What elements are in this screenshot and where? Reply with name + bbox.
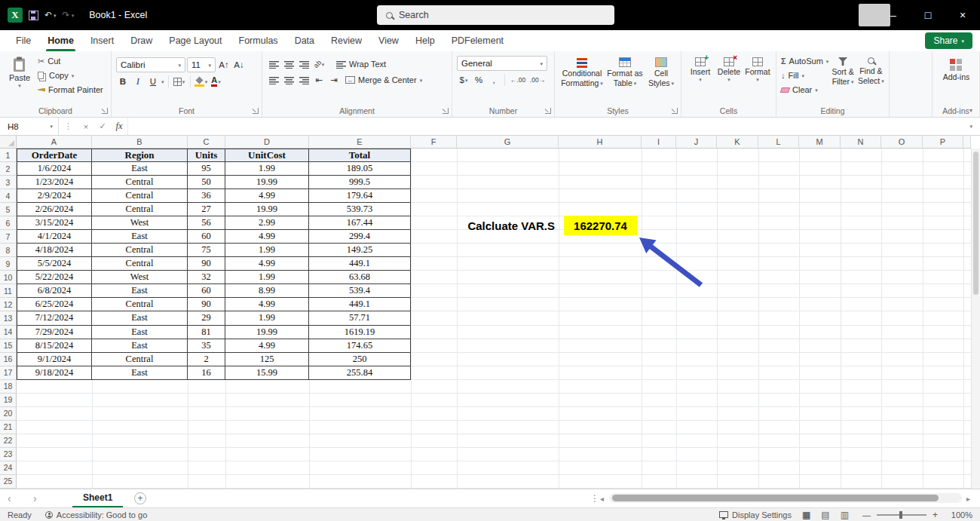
fill-color-button[interactable]: ▾ (194, 75, 208, 88)
table-cell[interactable]: 81 (188, 326, 225, 339)
table-cell[interactable]: 149.25 (309, 244, 411, 257)
table-cell[interactable]: 299.4 (309, 230, 411, 244)
table-header-cell[interactable]: Total (309, 149, 411, 162)
font-name-select[interactable]: Calibri▾ (116, 57, 185, 72)
table-cell[interactable]: 2/9/2024 (17, 189, 92, 203)
table-cell[interactable]: 4.99 (225, 257, 309, 271)
ribbon-tab-home[interactable]: Home (39, 30, 82, 51)
ribbon-tab-review[interactable]: Review (323, 30, 370, 51)
table-cell[interactable]: East (92, 339, 188, 353)
table-cell[interactable]: East (92, 311, 188, 325)
delete-cells-button[interactable]: Delete ▾ (715, 55, 743, 96)
increase-indent-button[interactable]: ⇥ (327, 73, 341, 87)
table-cell[interactable]: 95 (188, 162, 225, 176)
column-header-H[interactable]: H (559, 136, 642, 149)
table-cell[interactable]: 189.05 (309, 162, 411, 176)
chevron-down-icon[interactable]: ▾ (72, 13, 75, 18)
find-select-button[interactable]: Find & Select▾ (857, 55, 885, 96)
close-button[interactable]: × (945, 0, 980, 30)
table-cell[interactable]: 4.99 (225, 339, 309, 353)
table-cell[interactable]: 19.99 (225, 203, 309, 216)
table-cell[interactable]: 60 (188, 230, 225, 244)
column-header-M[interactable]: M (799, 136, 841, 149)
zoom-slider[interactable] (877, 514, 926, 516)
row-header-11[interactable]: 11 (0, 284, 17, 298)
table-header-cell[interactable]: OrderDate (17, 149, 92, 162)
increase-decimal-button[interactable]: ←.00 (509, 73, 527, 87)
ribbon-tab-insert[interactable]: Insert (82, 30, 122, 51)
table-cell[interactable]: 4.99 (225, 298, 309, 311)
decrease-indent-button[interactable]: ⇤ (312, 73, 326, 87)
select-all-corner[interactable] (0, 136, 17, 149)
horizontal-scrollbar[interactable] (609, 493, 962, 503)
conditional-formatting-button[interactable]: Conditional Formatting▾ (559, 55, 605, 96)
table-cell[interactable]: Central (92, 244, 188, 257)
decrease-font-size-button[interactable]: A↓ (232, 58, 246, 72)
table-cell[interactable]: Central (92, 176, 188, 189)
number-format-select[interactable]: General▾ (457, 56, 547, 71)
row-header-7[interactable]: 7 (0, 230, 17, 244)
table-cell[interactable]: 449.1 (309, 298, 411, 311)
row-header-15[interactable]: 15 (0, 339, 17, 353)
spreadsheet-grid[interactable]: Calcluate VAR.S 162270.74 ABCDEFGHIJKLMN… (0, 136, 980, 489)
format-as-table-button[interactable]: Format as Table▾ (605, 55, 645, 96)
column-header-K[interactable]: K (717, 136, 758, 149)
fill-button[interactable]: ↓Fill▾ (781, 69, 828, 81)
comma-style-button[interactable]: , (487, 73, 501, 87)
undo-button[interactable]: ↶▾ (44, 10, 57, 20)
table-cell[interactable]: 57.71 (309, 311, 411, 325)
column-header-N[interactable]: N (841, 136, 881, 149)
column-header-P[interactable]: P (923, 136, 963, 149)
table-header-cell[interactable]: Units (188, 149, 225, 162)
search-input[interactable]: Search (377, 5, 614, 25)
autosum-button[interactable]: ΣAutoSum▾ (781, 55, 828, 67)
row-header-10[interactable]: 10 (0, 271, 17, 284)
row-header-24[interactable]: 24 (0, 461, 17, 475)
table-cell[interactable]: Central (92, 203, 188, 216)
scroll-right-button[interactable]: ▸ (966, 489, 970, 507)
table-cell[interactable]: Central (92, 257, 188, 271)
table-cell[interactable]: 63.68 (309, 271, 411, 284)
table-cell[interactable]: 19.99 (225, 326, 309, 339)
row-header-18[interactable]: 18 (0, 380, 17, 394)
table-cell[interactable]: 50 (188, 176, 225, 189)
table-cell[interactable]: 1.99 (225, 162, 309, 176)
accounting-format-button[interactable]: $▾ (457, 73, 470, 87)
tab-bar-more-icon[interactable]: ⋮ (590, 489, 599, 507)
copy-button[interactable]: Copy▾ (38, 69, 103, 81)
row-header-1[interactable]: 1 (0, 149, 17, 162)
table-cell[interactable]: 1.99 (225, 244, 309, 257)
italic-button[interactable]: I (131, 75, 145, 88)
table-cell[interactable]: 35 (188, 339, 225, 353)
insert-cells-button[interactable]: Insert ▾ (686, 55, 715, 96)
normal-view-button[interactable]: ▦ (802, 510, 810, 520)
sheet-nav-left-button[interactable]: ‹ (8, 489, 11, 507)
format-cells-button[interactable]: Format ▾ (743, 55, 772, 96)
minimize-button[interactable]: – (876, 0, 911, 30)
table-cell[interactable]: 16 (188, 366, 225, 380)
formula-bar-expand-icon[interactable]: ▾ (962, 118, 980, 135)
row-header-22[interactable]: 22 (0, 434, 17, 448)
name-box[interactable]: H8 ▾ (0, 118, 59, 135)
table-cell[interactable]: 539.4 (309, 284, 411, 298)
decrease-decimal-button[interactable]: .00→ (528, 73, 547, 87)
table-cell[interactable]: East (92, 162, 188, 176)
table-cell[interactable]: West (92, 271, 188, 284)
horizontal-scrollbar-thumb[interactable] (612, 495, 939, 501)
table-cell[interactable]: 1.99 (225, 311, 309, 325)
collapse-ribbon-icon[interactable]: ▾ (969, 107, 972, 114)
table-cell[interactable]: 75 (188, 244, 225, 257)
table-cell[interactable]: East (92, 284, 188, 298)
table-cell[interactable]: 90 (188, 257, 225, 271)
table-header-cell[interactable]: UnitCost (225, 149, 309, 162)
row-header-8[interactable]: 8 (0, 244, 17, 257)
row-header-17[interactable]: 17 (0, 366, 17, 380)
row-header-25[interactable]: 25 (0, 475, 17, 489)
column-header-J[interactable]: J (676, 136, 717, 149)
ribbon-tab-draw[interactable]: Draw (122, 30, 161, 51)
page-break-view-button[interactable]: ▥ (841, 510, 849, 520)
percent-style-button[interactable]: % (472, 73, 485, 87)
table-cell[interactable]: 2.99 (225, 216, 309, 230)
column-header-L[interactable]: L (758, 136, 799, 149)
table-cell[interactable]: 5/5/2024 (17, 257, 92, 271)
